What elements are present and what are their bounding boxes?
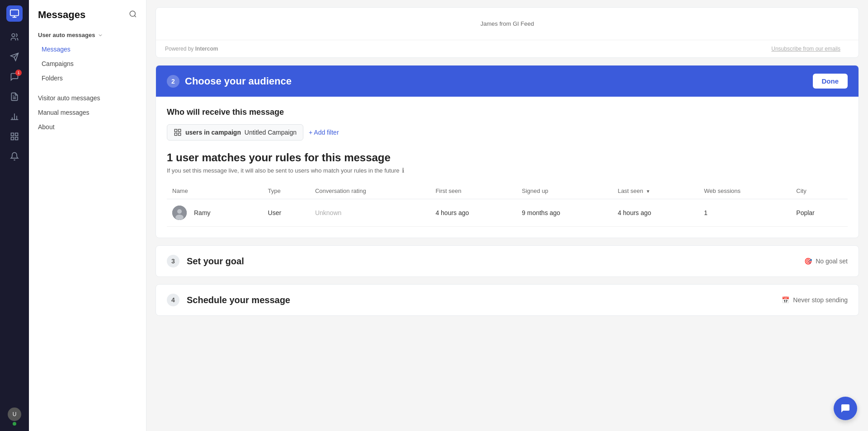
- col-web-sessions: Web sessions: [698, 183, 791, 199]
- svg-rect-0: [10, 10, 19, 16]
- email-preview-card: James from GI Feed Powered by Intercom U…: [156, 7, 859, 58]
- schedule-status: 📅 Never stop sending: [782, 296, 848, 304]
- svg-rect-18: [179, 133, 181, 136]
- step-badge-4: 4: [167, 294, 179, 306]
- svg-point-1: [12, 34, 15, 37]
- audience-header: 2 Choose your audience Done: [156, 66, 859, 97]
- user-auto-messages-section[interactable]: User auto messages: [29, 28, 146, 42]
- svg-rect-11: [15, 133, 18, 136]
- cell-signed-up: 9 months ago: [516, 199, 612, 227]
- filter-text: users in campaign Untitled Campaign: [185, 129, 297, 136]
- nav-item-folders[interactable]: Folders: [29, 71, 146, 85]
- nav-title: Messages: [38, 9, 85, 21]
- audience-section: 2 Choose your audience Done Who will rec…: [156, 65, 859, 238]
- cell-last-seen: 4 hours ago: [612, 199, 698, 227]
- sidebar-icon-reports[interactable]: [6, 108, 23, 125]
- schedule-title: Schedule your message: [187, 295, 774, 305]
- main-content: James from GI Feed Powered by Intercom U…: [146, 0, 868, 431]
- goal-title: Set your goal: [187, 256, 797, 267]
- chat-button[interactable]: [834, 397, 857, 420]
- audience-body: Who will receive this message users in c…: [156, 97, 859, 238]
- svg-rect-16: [175, 129, 177, 131]
- cell-type: User: [263, 199, 310, 227]
- svg-rect-19: [175, 133, 177, 136]
- sidebar-icon-users[interactable]: [6, 29, 23, 45]
- match-sub: If you set this message live, it will al…: [167, 167, 848, 174]
- sort-icon: ▼: [646, 189, 650, 194]
- email-preview-body: James from GI Feed: [156, 8, 859, 40]
- nav-header: Messages: [29, 9, 146, 28]
- powered-by-text: Powered by Intercom: [165, 46, 218, 52]
- sidebar-icon-inbox[interactable]: 1: [6, 69, 23, 85]
- inbox-badge: 1: [15, 70, 22, 76]
- svg-rect-13: [11, 137, 14, 140]
- svg-rect-10: [11, 133, 14, 136]
- filter-badge[interactable]: users in campaign Untitled Campaign: [167, 124, 303, 141]
- sidebar-bottom: U: [8, 408, 21, 426]
- users-table: Name Type Conversation rating First seen…: [167, 183, 848, 227]
- svg-point-14: [130, 11, 135, 16]
- section-label: User auto messages: [38, 32, 95, 38]
- cell-web-sessions: 1: [698, 199, 791, 227]
- cell-first-seen: 4 hours ago: [430, 199, 516, 227]
- goal-section: 3 Set your goal 🎯 No goal set: [156, 245, 859, 277]
- nav-item-about[interactable]: About: [29, 120, 146, 134]
- nav-item-messages[interactable]: Messages: [29, 42, 146, 56]
- col-last-seen[interactable]: Last seen ▼: [612, 183, 698, 199]
- schedule-status-text: Never stop sending: [793, 296, 848, 304]
- who-receives-label: Who will receive this message: [167, 108, 848, 117]
- nav-item-manual[interactable]: Manual messages: [29, 105, 146, 120]
- info-icon: ℹ: [402, 167, 404, 174]
- email-sender: James from GI Feed: [174, 17, 840, 31]
- match-count: 1 user matches your rules for this messa…: [167, 151, 848, 164]
- sidebar: 1 U: [0, 0, 29, 431]
- nav-panel: Messages User auto messages Messages Cam…: [29, 0, 146, 431]
- col-conversation-rating: Conversation rating: [310, 183, 430, 199]
- user-avatar[interactable]: U: [8, 408, 21, 421]
- email-preview-footer: Powered by Intercom Unsubscribe from our…: [156, 40, 859, 57]
- nav-item-visitor-auto[interactable]: Visitor auto messages: [29, 91, 146, 105]
- goal-status-text: No goal set: [816, 258, 848, 265]
- filter-icon: [174, 128, 182, 136]
- nav-item-campaigns[interactable]: Campaigns: [29, 56, 146, 71]
- sidebar-icon-send[interactable]: [6, 49, 23, 65]
- col-name: Name: [167, 183, 263, 199]
- schedule-section: 4 Schedule your message 📅 Never stop sen…: [156, 284, 859, 316]
- sidebar-icon-apps[interactable]: [6, 128, 23, 145]
- sidebar-icon-articles[interactable]: [6, 89, 23, 105]
- goal-status-icon: 🎯: [804, 258, 812, 265]
- user-avatar-ramy: [172, 206, 187, 220]
- cell-name: Ramy: [167, 199, 263, 227]
- add-filter-button[interactable]: + Add filter: [309, 129, 339, 136]
- col-signed-up: Signed up: [516, 183, 612, 199]
- svg-line-15: [134, 15, 136, 17]
- search-icon[interactable]: [129, 10, 137, 20]
- cell-conversation-rating: Unknown: [310, 199, 430, 227]
- svg-point-22: [175, 215, 184, 220]
- step-badge-2: 2: [167, 75, 179, 88]
- audience-header-left: 2 Choose your audience: [167, 75, 292, 88]
- app-logo[interactable]: [6, 5, 23, 22]
- col-first-seen: First seen: [430, 183, 516, 199]
- sidebar-icon-alerts[interactable]: [6, 148, 23, 164]
- done-button[interactable]: Done: [813, 74, 848, 89]
- schedule-status-icon: 📅: [782, 296, 789, 304]
- col-city: City: [791, 183, 848, 199]
- table-row[interactable]: Ramy User Unknown 4 hours ago 9 months a…: [167, 199, 848, 227]
- cell-city: Poplar: [791, 199, 848, 227]
- step-badge-3: 3: [167, 255, 179, 267]
- filter-value: Untitled Campaign: [245, 129, 297, 136]
- goal-status: 🎯 No goal set: [804, 258, 848, 265]
- col-type: Type: [263, 183, 310, 199]
- svg-point-21: [177, 209, 182, 214]
- svg-rect-17: [179, 129, 181, 131]
- unsubscribe-link[interactable]: Unsubscribe from our emails: [771, 46, 849, 52]
- online-indicator: [13, 422, 16, 426]
- filter-row: users in campaign Untitled Campaign + Ad…: [167, 124, 848, 141]
- svg-rect-12: [15, 137, 18, 140]
- audience-title: Choose your audience: [185, 75, 292, 87]
